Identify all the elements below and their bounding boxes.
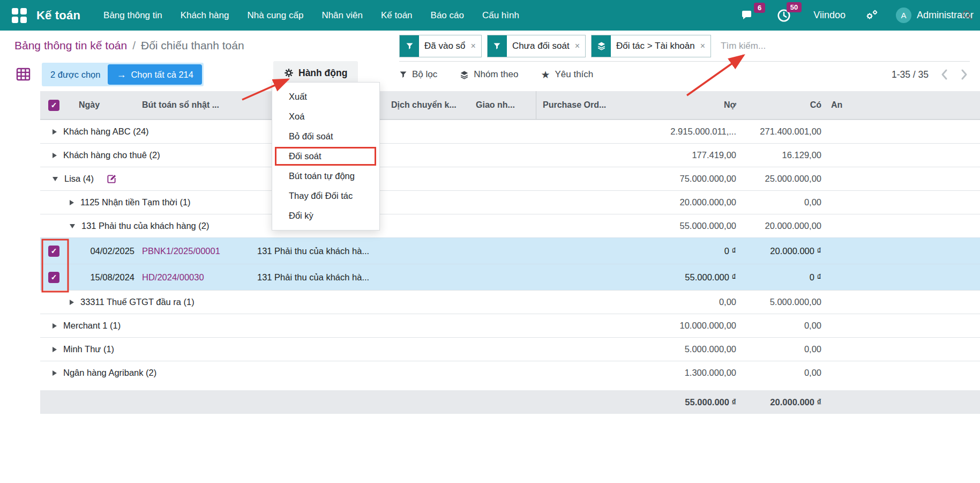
topbar-menu-item[interactable]: Báo cáo	[422, 0, 473, 31]
column-header-delivery[interactable]: Giao nh...	[476, 100, 536, 110]
search-option-groupby[interactable]: Nhóm theo	[460, 69, 518, 80]
action-menu-item[interactable]: Đối soát	[272, 146, 379, 166]
edit-pencil-icon[interactable]	[107, 174, 117, 184]
group-credit: 20.000.000,00	[738, 221, 824, 231]
column-header-purchase-order[interactable]: Purchase Ord...	[536, 91, 632, 119]
breadcrumb-separator: /	[132, 39, 136, 52]
control-panel: 2 được chọn → Chọn tất cả 214 Hành động …	[0, 60, 980, 89]
group-debit: 5.000.000,00	[632, 344, 738, 354]
pager-previous-icon[interactable]	[940, 69, 948, 80]
table-footer-totals: 55.000.000 ₫ 20.000.000 ₫	[40, 390, 980, 414]
top-navbar: Kế toán Bảng thông tinKhách hàngNhà cung…	[0, 0, 980, 31]
cell-account: 131 Phải thu của khách hà...	[246, 246, 391, 256]
list-view-icon[interactable]	[16, 68, 31, 81]
facet-remove-icon[interactable]: ×	[575, 35, 585, 57]
action-menu-item[interactable]: Bỏ đối soát	[272, 127, 379, 146]
group-row[interactable]: Ngân hàng Agribank (2)1.300.000,000,00	[40, 361, 980, 384]
apps-grid-icon[interactable]	[12, 8, 27, 23]
group-row[interactable]: Minh Thư (1)5.000.000,000,00	[40, 337, 980, 361]
select-all-button[interactable]: → Chọn tất cả 214	[108, 64, 202, 85]
footer-total-debit: 55.000.000 ₫	[632, 397, 738, 407]
column-header-journal-entry[interactable]: Bút toán sổ nhật ...	[137, 100, 246, 110]
pager-next-icon[interactable]	[960, 69, 968, 80]
group-row[interactable]: Lisa (4)75.000.000,0025.000.000,00	[40, 167, 980, 190]
group-row[interactable]: Khách hàng ABC (24)2.915.000.011,...271.…	[40, 120, 980, 143]
filter-label: Yêu thích	[555, 69, 593, 80]
topbar-menu-item[interactable]: Khách hàng	[171, 0, 238, 31]
group-row[interactable]: 131 Phải thu của khách hàng (2)55.000.00…	[40, 214, 980, 237]
cell-journal-entry-link[interactable]: PBNK1/2025/00001	[137, 246, 246, 256]
topbar-menu-item[interactable]: Cấu hình	[473, 0, 528, 31]
breadcrumb-parent-link[interactable]: Bảng thông tin kế toán	[14, 39, 127, 52]
activities-button[interactable]: 50	[777, 9, 791, 23]
search-facet[interactable]: Chưa đối soát×	[487, 35, 586, 57]
cell-account: 131 Phải thu của khách hà...	[246, 272, 391, 283]
action-menu-button[interactable]: Hành động	[273, 61, 358, 85]
column-header-credit[interactable]: Có	[738, 100, 824, 110]
activities-badge: 50	[787, 2, 802, 13]
column-header-extra[interactable]: An	[824, 100, 980, 110]
search-icon[interactable]	[962, 10, 972, 20]
caret-right-icon	[53, 153, 57, 158]
table-row[interactable]: ✓04/02/2025PBNK1/2025/00001131 Phải thu …	[40, 237, 980, 264]
group-debit: 20.000.000,00	[632, 197, 738, 207]
group-credit: 0,00	[738, 368, 824, 378]
brand-link[interactable]: Viindoo	[813, 10, 846, 21]
search-bar[interactable]: Đã vào sổ×Chưa đối soát×Đối tác > Tài kh…	[399, 31, 970, 62]
group-icon	[592, 35, 611, 57]
topbar-menu-item[interactable]: Kế toán	[372, 0, 422, 31]
filter-label: Nhóm theo	[474, 69, 518, 80]
messages-button[interactable]: 6	[740, 9, 754, 22]
group-row[interactable]: Khách hàng cho thuê (2)177.419,0016.129,…	[40, 143, 980, 167]
action-menu-item[interactable]: Xuất	[272, 87, 379, 107]
search-input[interactable]: Tìm kiếm...	[721, 41, 766, 51]
table-row[interactable]: ✓15/08/2024HD/2024/00030131 Phải thu của…	[40, 264, 980, 290]
row-checkbox[interactable]: ✓	[48, 246, 59, 257]
search-facet[interactable]: Đối tác > Tài khoản×	[591, 35, 711, 57]
group-debit: 1.300.000,00	[632, 368, 738, 378]
action-menu-item[interactable]: Bút toán tự động	[272, 166, 379, 186]
topbar-menu-item[interactable]: Nhà cung cấp	[238, 0, 312, 31]
caret-right-icon	[53, 323, 57, 329]
topbar-menu-item[interactable]: Nhân viên	[312, 0, 372, 31]
column-header-date[interactable]: Ngày	[70, 100, 137, 110]
selection-widget: 2 được chọn → Chọn tất cả 214	[42, 63, 204, 86]
group-label: 33311 Thuế GTGT đầu ra (1)	[80, 297, 194, 307]
column-header-stock-move[interactable]: Dịch chuyển k...	[391, 100, 476, 110]
star-icon: ★	[541, 70, 550, 80]
facet-remove-icon[interactable]: ×	[471, 35, 481, 57]
group-row[interactable]: Merchant 1 (1)10.000.000,000,00	[40, 314, 980, 337]
search-option-filters[interactable]: Bộ lọc	[399, 69, 437, 80]
chat-icon	[740, 9, 754, 22]
user-avatar[interactable]: A	[896, 8, 911, 23]
action-menu-item[interactable]: Xoá	[272, 107, 379, 127]
topbar-right: 6 50 Viindoo A Administrator	[740, 8, 980, 23]
settings-gears-icon[interactable]	[865, 9, 879, 23]
group-row-label: 33311 Thuế GTGT đầu ra (1)	[40, 297, 632, 307]
pager: 1-35 / 35	[892, 60, 968, 89]
filter-label: Bộ lọc	[412, 69, 437, 80]
select-all-checkbox[interactable]: ✓	[48, 100, 59, 111]
app-name[interactable]: Kế toán	[36, 9, 80, 23]
action-menu-item[interactable]: Đổi kỳ	[272, 206, 379, 226]
filter-icon	[399, 70, 407, 79]
row-checkbox[interactable]: ✓	[48, 272, 59, 283]
action-menu-item[interactable]: Thay đổi Đối tác	[272, 186, 379, 206]
group-credit: 25.000.000,00	[738, 174, 824, 184]
page-title: Đối chiếu thanh toán	[141, 39, 244, 52]
search-facet[interactable]: Đã vào sổ×	[399, 35, 482, 57]
facet-remove-icon[interactable]: ×	[700, 35, 710, 57]
topbar-menu-item[interactable]: Bảng thông tin	[94, 0, 171, 31]
pager-range: 1-35 / 35	[892, 69, 929, 80]
column-header-debit[interactable]: Nợ	[632, 100, 738, 110]
facet-label: Đã vào sổ	[419, 35, 471, 57]
caret-right-icon	[53, 129, 57, 135]
group-credit: 271.400.001,00	[738, 127, 824, 137]
cell-journal-entry-link[interactable]: HD/2024/00030	[137, 272, 246, 283]
group-row[interactable]: 33311 Thuế GTGT đầu ra (1)0,005.000.000,…	[40, 290, 980, 314]
breadcrumb: Bảng thông tin kế toán / Đối chiếu thanh…	[0, 31, 414, 60]
search-option-favorites[interactable]: ★Yêu thích	[541, 69, 593, 80]
cell-credit: 20.000.000 ₫	[738, 246, 824, 256]
group-row[interactable]: 1125 Nhận tiền Tạm thời (1)20.000.000,00…	[40, 190, 980, 214]
caret-down-icon	[53, 177, 58, 181]
